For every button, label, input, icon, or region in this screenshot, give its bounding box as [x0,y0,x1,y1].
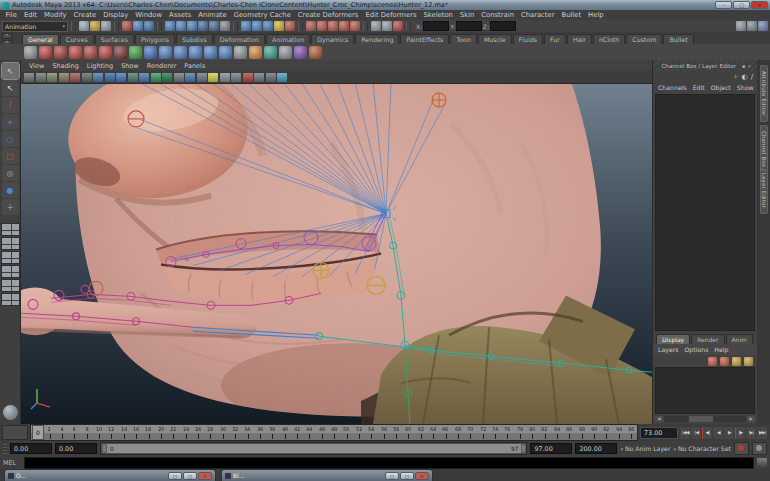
magnet-snap-5-icon[interactable] [350,21,360,31]
joints-xray-icon[interactable] [266,73,276,82]
playback-end-field[interactable]: 97.00 [530,443,572,454]
timeline-tick[interactable]: 24 [180,425,192,440]
close-button[interactable]: × [415,472,429,480]
timeline-tick[interactable]: 40 [279,425,291,440]
smooth-shade-icon[interactable] [3,405,18,420]
timeline-tick[interactable]: 64 [427,425,439,440]
menu-set-selector[interactable]: Animation▾ [2,21,68,32]
layer-editor-menu-item[interactable]: Options [684,346,708,353]
shelf-tab[interactable]: Custom [626,34,662,44]
show-attribute-editor-toggle[interactable] [736,21,746,31]
channel-box-menu-item[interactable]: Channels [658,84,687,91]
cone-primitive-icon[interactable] [219,46,232,59]
timeline-tick[interactable]: 38 [266,425,278,440]
open-scene-icon[interactable] [90,21,100,31]
status-line-separator[interactable] [157,22,162,31]
move-tool[interactable]: + [2,114,19,130]
timeline-tick[interactable]: 78 [514,425,526,440]
timeline-tick[interactable]: 20 [155,425,167,440]
timeline-tick[interactable]: 88 [576,425,588,440]
restore-button[interactable]: □ [385,472,399,480]
scrollbar-thumb[interactable] [689,416,714,422]
shelf-tab[interactable]: Rendering [355,34,399,44]
menu-item[interactable]: Character [517,11,558,19]
menu-item[interactable]: Edit [20,11,40,19]
close-button[interactable]: × [198,472,212,480]
help-icon[interactable] [263,21,273,31]
timeline-tick[interactable]: 58 [390,425,402,440]
channel-box-menu-item[interactable]: Edit [693,84,705,91]
timeline-tick[interactable]: 2 [43,425,55,440]
current-time-field[interactable]: 73.00 [640,427,678,439]
step-forward-key-button[interactable]: ▶| [746,427,756,439]
restore-button[interactable]: □ [168,472,182,480]
snap-to-curves-icon[interactable] [176,21,186,31]
magnet-snap-2-icon[interactable] [317,21,327,31]
script-editor-icon[interactable] [757,458,767,467]
layer-editor-tab[interactable]: Render [691,334,724,344]
select-by-component-icon[interactable] [144,21,154,31]
fill-fit-icon[interactable] [162,73,172,82]
shelf-tab[interactable]: PaintEffects [400,34,449,44]
snap-to-grids-icon[interactable] [165,21,175,31]
timeline-tick[interactable]: 28 [204,425,216,440]
scroll-left-icon[interactable]: ◀ [655,416,663,422]
animation-end-field[interactable]: 200.00 [575,443,617,454]
xray-icon[interactable] [254,73,264,82]
layer-down-icon[interactable] [744,357,753,366]
orient-joint-icon[interactable] [114,46,127,59]
channel-list-area[interactable] [655,94,755,331]
joint-size-icon[interactable] [99,46,112,59]
single-pane-layout-button[interactable] [1,223,20,236]
command-line-label[interactable]: MEL [3,459,21,467]
coordinate-input[interactable] [490,21,516,31]
save-scene-icon[interactable] [101,21,111,31]
timeline-tick[interactable]: 92 [600,425,612,440]
torus-primitive-icon[interactable] [204,46,217,59]
timeline-tick[interactable]: 72 [477,425,489,440]
panel-menu-item[interactable]: Shading [48,62,82,70]
show-manipulator-tool[interactable]: + [2,199,19,215]
timeline-tick[interactable]: 66 [439,425,451,440]
persp-outliner-layout-button[interactable] [1,251,20,264]
sidebar-vertical-tab[interactable]: Channel Box / Layer Editor [760,125,768,214]
output-connections-icon[interactable] [252,21,262,31]
playblast-icon[interactable] [24,46,37,59]
timeline-tick[interactable]: 32 [229,425,241,440]
playback-options-button[interactable] [2,425,28,440]
shelf-tab[interactable]: Toon [450,34,476,44]
step-back-frame-button[interactable]: ◀| [702,427,712,439]
resolution-gate-icon[interactable] [105,73,115,82]
cluster-icon[interactable] [264,46,277,59]
menu-item[interactable]: Assets [166,11,195,19]
magnet-snap-4-icon[interactable] [339,21,349,31]
timeline-tick[interactable]: 54 [365,425,377,440]
paint-selection-tool[interactable]: / [2,97,19,113]
joint-tool-icon[interactable] [54,46,67,59]
timeline-tick[interactable]: 56 [378,425,390,440]
gate-mask-icon[interactable] [116,73,126,82]
shelf-tab[interactable]: Deformation [214,34,265,44]
shaded-icon[interactable] [185,73,195,82]
timeline-tick[interactable]: 14 [118,425,130,440]
timeline-tick[interactable]: 90 [588,425,600,440]
rotate-tool[interactable]: ○ [2,131,19,147]
timeline-tick[interactable]: 12 [105,425,117,440]
camera-lock-icon[interactable] [36,73,46,82]
construction-history-icon[interactable] [285,21,295,31]
magnet-snap-3-icon[interactable] [328,21,338,31]
minimize-button[interactable]: – [715,1,732,9]
panel-menu-item[interactable]: View [25,62,48,70]
snap-to-view-planes-icon[interactable] [198,21,208,31]
layer-list-area[interactable] [655,367,755,414]
layer-editor-menu-item[interactable]: Help [714,346,728,353]
shelf-tab[interactable]: Polygons [135,34,175,44]
playback-start-field[interactable]: 0.00 [55,443,97,454]
soft-modification-tool[interactable]: ● [2,182,19,198]
exposure-icon[interactable] [277,73,287,82]
timeline-tick[interactable]: 86 [563,425,575,440]
cube-primitive-icon[interactable] [159,46,172,59]
timeline-tick[interactable]: 62 [415,425,427,440]
step-forward-frame-button[interactable]: |▶ [735,427,745,439]
persp-graph-layout-button[interactable] [1,265,20,278]
